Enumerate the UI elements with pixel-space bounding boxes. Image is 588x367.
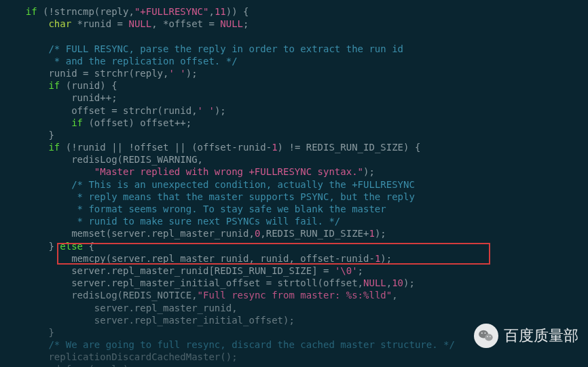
watermark-text: 百度质量部 bbox=[504, 326, 578, 346]
wechat-icon bbox=[474, 324, 498, 348]
svg-point-5 bbox=[490, 336, 491, 337]
svg-point-1 bbox=[485, 334, 493, 341]
comment: /* FULL RESYNC, parse the reply in order… bbox=[48, 43, 403, 54]
svg-point-4 bbox=[487, 336, 488, 337]
svg-point-2 bbox=[481, 332, 483, 334]
svg-point-3 bbox=[484, 332, 485, 334]
keyword-if: if bbox=[26, 6, 37, 17]
watermark: 百度质量部 bbox=[474, 324, 578, 348]
code-block: if (!strncmp(reply,"+FULLRESYNC",11)) { … bbox=[0, 0, 588, 367]
keyword-else: else bbox=[60, 241, 83, 252]
keyword-char: char bbox=[48, 18, 71, 29]
